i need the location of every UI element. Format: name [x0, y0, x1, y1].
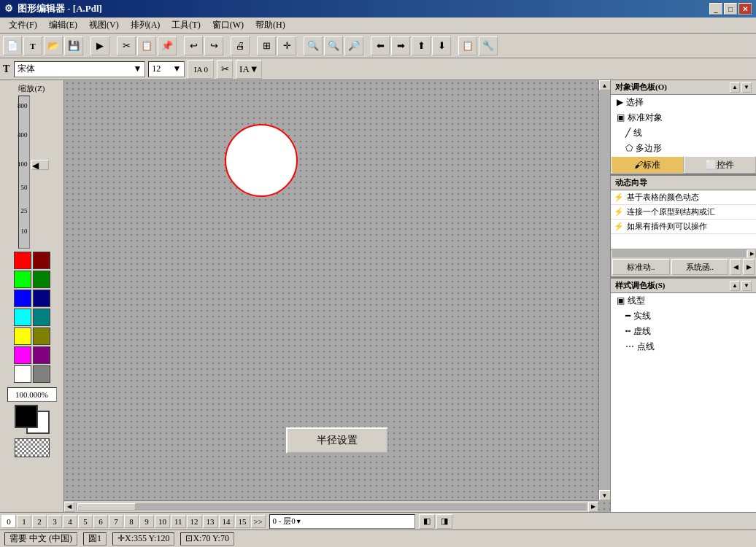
bottom-icon-2[interactable]: ◨ [436, 514, 452, 529]
properties-button[interactable]: 📋 [458, 36, 477, 55]
color-darkyellow[interactable] [33, 327, 50, 345]
font-size-select[interactable]: 12 ▼ [148, 61, 185, 77]
minimize-button[interactable]: _ [709, 3, 722, 15]
menu-window[interactable]: 窗口(W) [207, 18, 250, 33]
style-scroll-up[interactable]: ▲ [730, 281, 740, 291]
save-button[interactable]: 💾 [64, 36, 83, 55]
cut-button[interactable]: ✂ [117, 36, 136, 55]
text-style-btn[interactable]: ✂ [217, 60, 233, 79]
scroll-right-button[interactable]: ▶ [588, 502, 598, 512]
menu-edit[interactable]: 编辑(E) [43, 18, 83, 33]
font-name-select[interactable]: 宋体 ▼ [14, 61, 145, 77]
canvas-area[interactable]: 半径设置 ▲ ▼ ◀ ▶ [64, 80, 610, 512]
layer-select[interactable]: 0 - 层0 ▼ [269, 514, 415, 529]
snap-button[interactable]: ✛ [277, 36, 296, 55]
paste-button[interactable]: 📌 [158, 36, 177, 55]
align-up-button[interactable]: ⬆ [412, 36, 431, 55]
scroll-left-arrow[interactable]: ◀ [730, 259, 741, 275]
canvas-v-scrollbar[interactable]: ▲ ▼ [598, 80, 610, 500]
more-pages-btn[interactable]: >> [251, 515, 266, 528]
play-button[interactable]: ▶ [90, 36, 109, 55]
menu-view[interactable]: 视图(V) [83, 18, 125, 33]
align-right-button[interactable]: ➡ [391, 36, 410, 55]
tab-control[interactable]: ⬜ 控件 [684, 156, 757, 174]
tree-item-line[interactable]: ╱ 线 [611, 125, 756, 141]
color-yellow[interactable] [14, 327, 31, 345]
page-tab-10[interactable]: 10 [155, 515, 170, 528]
canvas-inner[interactable]: 半径设置 [64, 80, 610, 512]
page-tab-3[interactable]: 3 [47, 515, 62, 528]
style-item-linetype[interactable]: ▣ 线型 [611, 293, 756, 309]
scroll-right-arrow[interactable]: ▶ [743, 259, 755, 275]
sys-fn-btn[interactable]: 系统函.. [671, 259, 729, 275]
page-tab-0[interactable]: 0 [1, 515, 16, 528]
h-scroll-thumb[interactable] [77, 503, 136, 511]
page-tab-1[interactable]: 1 [17, 515, 31, 528]
color-green[interactable] [14, 271, 31, 288]
zoom-slider[interactable]: ◀ [31, 160, 49, 170]
color-white[interactable] [14, 365, 31, 383]
tab-standard[interactable]: 🖌 标准 [611, 156, 684, 174]
page-tab-15[interactable]: 15 [235, 515, 250, 528]
page-tab-13[interactable]: 13 [203, 515, 218, 528]
style-item-dotted[interactable]: ⋯ 点线 [611, 339, 756, 354]
page-tab-9[interactable]: 9 [139, 515, 154, 528]
v-scroll-track[interactable] [599, 90, 610, 490]
text-format-btn[interactable]: IA 0 [188, 60, 214, 79]
page-tab-2[interactable]: 2 [32, 515, 47, 528]
print-button[interactable]: 🖨 [231, 36, 250, 55]
undo-button[interactable]: ↩ [184, 36, 203, 55]
page-tab-12[interactable]: 12 [187, 515, 202, 528]
redo-button[interactable]: ↪ [204, 36, 223, 55]
color-darkblue[interactable] [33, 290, 50, 307]
dynamic-item-1[interactable]: ⚡ 基于表格的颜色动态 [611, 190, 756, 205]
std-motion-btn[interactable]: 标准动.. [612, 259, 670, 275]
open-button[interactable]: 📂 [44, 36, 63, 55]
menu-file[interactable]: 文件(F) [3, 18, 43, 33]
scroll-up-button[interactable]: ▲ [599, 80, 611, 90]
color-blue[interactable] [14, 290, 31, 307]
scroll-down-button[interactable]: ▼ [599, 490, 611, 500]
maximize-button[interactable]: □ [724, 3, 737, 15]
h-scroll-track[interactable] [76, 503, 587, 511]
page-tab-7[interactable]: 7 [109, 515, 123, 528]
menu-arrange[interactable]: 排列(A) [125, 18, 166, 33]
circle-shape[interactable] [225, 124, 298, 197]
align-down-button[interactable]: ⬇ [432, 36, 451, 55]
style-item-dashed[interactable]: ┅ 虚线 [611, 324, 756, 339]
grid-button[interactable]: ⊞ [257, 36, 276, 55]
page-tab-6[interactable]: 6 [93, 515, 108, 528]
page-tab-8[interactable]: 8 [124, 515, 139, 528]
obj-scroll-up[interactable]: ▲ [730, 82, 740, 93]
page-tab-5[interactable]: 5 [78, 515, 93, 528]
color-red[interactable] [14, 252, 31, 269]
page-tab-14[interactable]: 14 [219, 515, 234, 528]
tree-item-std-obj[interactable]: ▣ 标准对象 [611, 110, 756, 125]
dynamic-item-3[interactable]: ⚡ 如果有插件则可以操作 [611, 220, 756, 234]
zoom-fit-button[interactable]: 🔎 [344, 36, 363, 55]
style-scroll-down[interactable]: ▼ [741, 281, 752, 291]
zoom-out-button[interactable]: 🔍 [324, 36, 343, 55]
dynamic-h-scroll[interactable] [612, 250, 746, 257]
color-gray[interactable] [33, 365, 50, 383]
radius-button[interactable]: 半径设置 [286, 427, 388, 454]
color-magenta[interactable] [14, 346, 31, 364]
color-darkred[interactable] [33, 252, 50, 269]
color-cyan[interactable] [14, 309, 31, 326]
extra-button[interactable]: 🔧 [479, 36, 498, 55]
style-item-solid[interactable]: ━ 实线 [611, 309, 756, 324]
menu-help[interactable]: 帮助(H) [250, 18, 291, 33]
page-tab-4[interactable]: 4 [63, 515, 77, 528]
color-darkcyan[interactable] [33, 309, 50, 326]
scroll-left-button[interactable]: ◀ [64, 502, 74, 512]
color-darkgreen[interactable] [33, 271, 50, 288]
page-tab-11[interactable]: 11 [171, 515, 186, 528]
close-button[interactable]: ✕ [738, 3, 752, 15]
text-format-btn2[interactable]: IA▼ [236, 60, 262, 79]
new-button[interactable]: 📄 [3, 36, 22, 55]
align-left-button[interactable]: ⬅ [371, 36, 390, 55]
foreground-color[interactable] [15, 405, 38, 428]
color-darkmagenta[interactable] [33, 346, 50, 364]
tree-item-polygon[interactable]: ⬠ 多边形 [611, 141, 756, 156]
canvas-h-scrollbar[interactable]: ◀ ▶ [64, 500, 598, 512]
